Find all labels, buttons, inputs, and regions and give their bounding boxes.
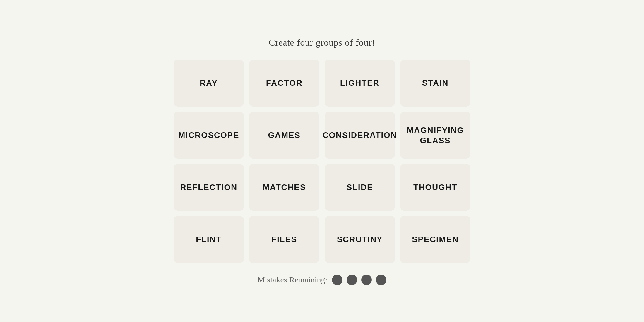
card-label-scrutiny: SCRUTINY: [337, 234, 383, 244]
card-thought[interactable]: THOUGHT: [400, 164, 470, 211]
card-magnifying-glass[interactable]: MAGNIFYING GLASS: [400, 112, 470, 159]
mistake-dot-2: [347, 275, 357, 285]
card-specimen[interactable]: SPECIMEN: [400, 216, 470, 263]
card-label-factor: FACTOR: [266, 78, 303, 88]
card-scrutiny[interactable]: SCRUTINY: [325, 216, 395, 263]
mistake-dot-3: [361, 275, 372, 285]
card-flint[interactable]: FLINT: [174, 216, 244, 263]
card-lighter[interactable]: LIGHTER: [325, 60, 395, 107]
card-label-slide: SLIDE: [347, 182, 373, 192]
card-label-flint: FLINT: [196, 234, 222, 244]
card-label-microscope: MICROSCOPE: [178, 130, 239, 140]
card-files[interactable]: FILES: [249, 216, 319, 263]
card-consideration[interactable]: CONSIDERATION: [325, 112, 395, 159]
mistake-dot-1: [332, 275, 342, 285]
mistakes-label: Mistakes Remaining:: [258, 275, 328, 285]
card-label-reflection: REFLECTION: [180, 182, 237, 192]
card-matches[interactable]: MATCHES: [249, 164, 319, 211]
card-factor[interactable]: FACTOR: [249, 60, 319, 107]
card-games[interactable]: GAMES: [249, 112, 319, 159]
card-ray[interactable]: RAY: [174, 60, 244, 107]
card-label-consideration: CONSIDERATION: [323, 130, 397, 140]
card-label-stain: STAIN: [422, 78, 448, 88]
card-reflection[interactable]: REFLECTION: [174, 164, 244, 211]
card-label-matches: MATCHES: [263, 182, 306, 192]
mistake-dot-4: [376, 275, 386, 285]
card-label-specimen: SPECIMEN: [412, 234, 459, 244]
card-stain[interactable]: STAIN: [400, 60, 470, 107]
card-microscope[interactable]: MICROSCOPE: [174, 112, 244, 159]
card-slide[interactable]: SLIDE: [325, 164, 395, 211]
page-wrapper: Create four groups of four! RAYFACTORLIG…: [146, 37, 498, 285]
subtitle: Create four groups of four!: [269, 37, 375, 48]
card-label-games: GAMES: [268, 130, 300, 140]
card-label-ray: RAY: [200, 78, 218, 88]
card-label-lighter: LIGHTER: [340, 78, 380, 88]
card-label-magnifying-glass: MAGNIFYING GLASS: [405, 125, 466, 145]
mistakes-dots: [332, 275, 386, 285]
word-grid: RAYFACTORLIGHTERSTAINMICROSCOPEGAMESCONS…: [174, 60, 470, 263]
card-label-thought: THOUGHT: [413, 182, 457, 192]
card-label-files: FILES: [271, 234, 297, 244]
mistakes-row: Mistakes Remaining:: [258, 275, 387, 285]
